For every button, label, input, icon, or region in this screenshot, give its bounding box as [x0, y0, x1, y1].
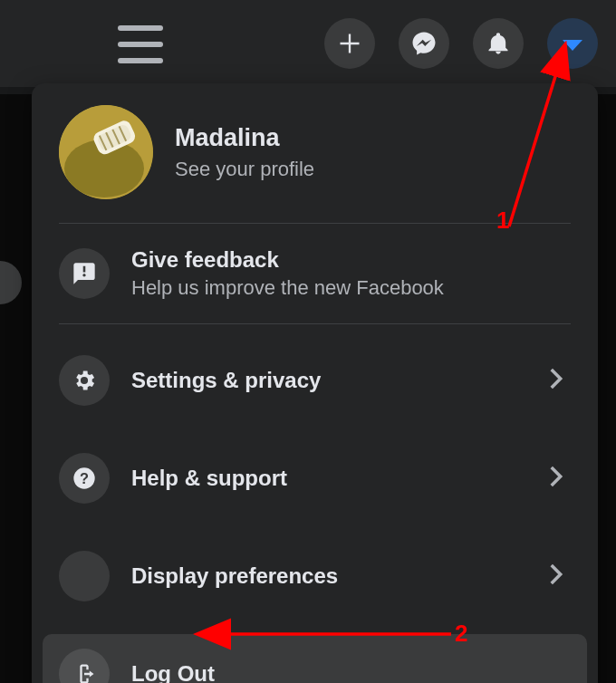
- give-feedback-row[interactable]: Give feedback Help us improve the new Fa…: [32, 233, 598, 314]
- caret-down-icon: [563, 40, 582, 51]
- moon-icon: [59, 551, 110, 601]
- settings-privacy-row[interactable]: Settings & privacy: [32, 341, 598, 420]
- chevron-right-icon: [540, 559, 571, 593]
- create-button[interactable]: [324, 18, 375, 69]
- display-label: Display preferences: [131, 563, 540, 589]
- help-support-row[interactable]: ? Help & support: [32, 438, 598, 518]
- feedback-title: Give feedback: [131, 247, 571, 273]
- chevron-right-icon: [540, 461, 571, 495]
- chevron-right-icon: [540, 363, 571, 398]
- profile-subtitle: See your profile: [175, 158, 314, 181]
- plus-icon: [337, 31, 362, 56]
- avatar: [59, 105, 153, 199]
- cropped-story-edge: [0, 261, 22, 304]
- svg-text:?: ?: [80, 470, 89, 486]
- profile-link-row[interactable]: Madalina See your profile: [32, 105, 598, 223]
- logout-label: Log Out: [131, 661, 571, 683]
- hamburger-menu-icon[interactable]: [118, 25, 163, 63]
- gear-icon: [59, 355, 110, 406]
- profile-name: Madalina: [175, 124, 314, 152]
- bell-icon: [486, 31, 511, 56]
- notifications-button[interactable]: [473, 18, 524, 69]
- settings-label: Settings & privacy: [131, 368, 540, 393]
- account-menu-button[interactable]: [547, 18, 598, 69]
- feedback-subtitle: Help us improve the new Facebook: [131, 276, 571, 300]
- messenger-icon: [410, 30, 438, 57]
- help-icon: ?: [59, 453, 110, 504]
- display-preferences-row[interactable]: Display preferences: [32, 536, 598, 616]
- top-navigation-bar: [0, 0, 616, 87]
- help-label: Help & support: [131, 466, 540, 491]
- messenger-button[interactable]: [399, 18, 449, 69]
- logout-icon: [59, 649, 110, 683]
- account-dropdown-panel: Madalina See your profile Give feedback …: [32, 83, 598, 683]
- log-out-row[interactable]: Log Out: [43, 634, 587, 683]
- feedback-icon: [59, 248, 110, 299]
